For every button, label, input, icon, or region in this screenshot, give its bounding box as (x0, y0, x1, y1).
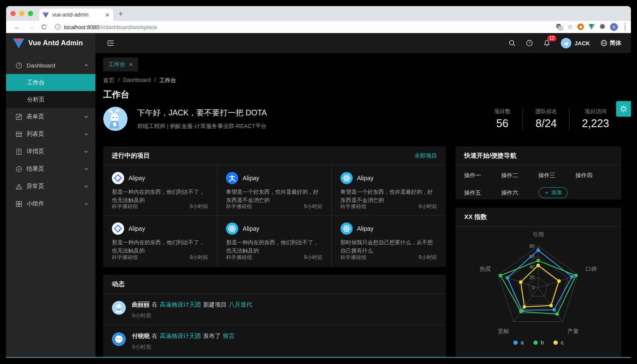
add-label: 添加 (552, 189, 562, 196)
page-tab-label: 工作台 (108, 61, 125, 68)
brand[interactable]: Vue Antd Admin (6, 33, 95, 53)
menu-fold-icon[interactable] (107, 40, 115, 47)
project-time: 9小时前 (304, 203, 323, 210)
close-window-button[interactable] (10, 11, 16, 16)
all-projects-link[interactable]: 全部项目 (415, 152, 437, 160)
project-card[interactable]: Alipay 那是一种内在的东西，他们到达不了，也无法触及的 科学搬砖组9小时前 (103, 216, 217, 266)
project-group[interactable]: 科学搬砖组 (112, 203, 138, 210)
sidebar-item-analysis[interactable]: 分析页 (6, 91, 95, 108)
reload-icon[interactable] (41, 24, 47, 30)
project-group[interactable]: 科学搬砖组 (340, 203, 367, 210)
vue-devtools-icon[interactable] (588, 24, 595, 30)
svg-text:引用: 引用 (533, 231, 544, 238)
project-desc: 希望是一个好东西，也许是最好的，好东西是不会消亡的 (340, 188, 437, 203)
chevron-down-icon (84, 115, 88, 119)
project-group[interactable]: 科学搬砖组 (226, 254, 252, 261)
legend-item[interactable]: b (533, 339, 544, 346)
activity-group-link[interactable]: 高逼格设计天团 (160, 301, 201, 308)
page-tab-workplace[interactable]: 工作台 ✕ (103, 57, 138, 71)
activity-target-link[interactable]: 留言 (223, 333, 235, 339)
project-card[interactable]: Alipay 希望是一个好东西，也许是最好的，好东西是不会消亡的 科学搬砖组9小… (217, 165, 331, 216)
project-card[interactable]: Alipay 那是一种内在的东西，他们到达不了，也无法触及的 科学搬砖组9小时前 (217, 216, 331, 266)
project-card[interactable]: Alipay 那是一种内在的东西，他们到达不了，也无法触及的 科学搬砖组9小时前 (103, 165, 217, 216)
submenu-label: 工作台 (27, 79, 45, 87)
project-group[interactable]: 科学搬砖组 (112, 254, 138, 261)
browser-menu-icon[interactable]: ⋮⋮⋮ (622, 24, 627, 30)
zoom-window-button[interactable] (28, 11, 33, 16)
breadcrumb: 首页/ Dashboard/ 工作台 (103, 77, 176, 84)
extension-orange-icon[interactable] (577, 24, 584, 30)
activity-group-link[interactable]: 高逼格设计天团 (160, 333, 201, 339)
breadcrumb-dashboard[interactable]: Dashboard (123, 77, 151, 84)
project-time: 9小时前 (418, 254, 437, 261)
sidebar-item-widgets[interactable]: 小组件 (6, 195, 95, 212)
op-link-5[interactable]: 操作五 (464, 189, 501, 197)
breadcrumb-home[interactable]: 首页 (103, 77, 115, 84)
browser-toolbar: ← → i localhost:8080/#/dashboard/workpla… (6, 21, 631, 33)
chevron-down-icon (84, 167, 88, 171)
stat-value: 2,223 (582, 117, 609, 130)
new-tab-button[interactable]: + (113, 10, 129, 21)
forward-icon[interactable]: → (27, 23, 34, 30)
index-radar-card: XX 指数 020406080引用口碑产量贡献热度 a b c (455, 208, 621, 358)
browser-profile-avatar[interactable]: h (610, 23, 618, 31)
op-link-6[interactable]: 操作六 (501, 189, 538, 197)
project-card[interactable]: Alipay 那时候我只会想自己想要什么，从不想自己拥有什么 科学搬砖组9小时前 (332, 216, 446, 266)
project-group[interactable]: 科学搬砖组 (226, 203, 252, 210)
op-link-4[interactable]: 操作四 (576, 172, 613, 179)
add-button[interactable]: ＋添加 (539, 187, 568, 198)
op-link-3[interactable]: 操作三 (539, 172, 576, 179)
activity-prep: 在 (152, 333, 158, 339)
sidebar-item-lists[interactable]: 列表页 (6, 125, 95, 143)
notifications[interactable]: 12 (543, 40, 550, 47)
dashboard-submenu: 工作台 分析页 (6, 74, 95, 108)
tab-close-icon[interactable]: ✕ (105, 12, 110, 18)
sidebar-item-details[interactable]: 详情页 (6, 143, 95, 160)
page-tab-close-icon[interactable]: ✕ (129, 62, 133, 67)
op-link-2[interactable]: 操作二 (501, 172, 538, 179)
plus-icon: ＋ (544, 189, 549, 196)
browser-tab[interactable]: vue-antd-admin ✕ (39, 9, 113, 21)
notification-badge: 12 (547, 35, 556, 41)
activity-user[interactable]: 曲丽丽 (132, 301, 150, 308)
url-host: localhost:8080 (64, 24, 99, 30)
quicknav-card-header: 快速开始/便捷导航 (455, 146, 621, 165)
svg-text:0: 0 (532, 285, 535, 290)
back-icon[interactable]: ← (14, 23, 20, 30)
search-icon[interactable] (509, 40, 516, 47)
project-card[interactable]: Alipay 希望是一个好东西，也许是最好的，好东西是不会消亡的 科学搬砖组9小… (332, 165, 446, 216)
username: JACK (575, 40, 590, 47)
help-icon[interactable]: ? (526, 40, 533, 47)
user-menu[interactable]: JACK (561, 38, 590, 48)
theme-settings-button[interactable] (616, 101, 631, 117)
sidebar-item-results[interactable]: 结果页 (6, 160, 95, 178)
react-logo-icon (340, 172, 353, 184)
op-link-1[interactable]: 操作一 (464, 172, 501, 179)
legend-item[interactable]: c (553, 339, 564, 346)
sidebar-item-workplace[interactable]: 工作台 (6, 74, 95, 91)
language-switcher[interactable]: 简体 (600, 39, 621, 47)
welcome-texts: 下午好，JACK，要不要打一把 DOTA 前端工程师 | 蚂蚁金服-计算服务事业… (137, 108, 267, 130)
user-avatar (561, 38, 571, 48)
chevron-down-icon (84, 184, 88, 189)
translate-icon[interactable]: A 文 (556, 24, 563, 30)
activity-action: 发布了 (203, 333, 221, 339)
project-time: 9小时前 (304, 254, 323, 261)
activity-user[interactable]: 付晓晓 (132, 333, 150, 339)
sidebar-item-dashboard[interactable]: Dashboard (6, 57, 95, 74)
project-time: 9小时前 (418, 203, 437, 210)
activities-card: 动态 曲丽丽在高逼格设计天团新建项目八月迭代 9小时前 (103, 275, 446, 358)
activity-target-link[interactable]: 八月迭代 (229, 301, 253, 308)
sidebar-item-exceptions[interactable]: 异常页 (6, 178, 95, 195)
antdesign-logo-icon (112, 172, 124, 184)
site-info-icon[interactable]: i (55, 24, 61, 30)
extensions-puzzle-icon[interactable] (599, 24, 606, 30)
sidebar-item-forms[interactable]: 表单页 (6, 108, 95, 125)
legend-label: c (561, 339, 564, 346)
minimize-window-button[interactable] (19, 11, 24, 16)
legend-item[interactable]: a (513, 339, 524, 346)
project-group[interactable]: 科学搬砖组 (340, 254, 367, 261)
svg-text:文: 文 (559, 26, 562, 29)
bookmark-star-icon[interactable]: ☆ (567, 23, 573, 31)
address-bar[interactable]: i localhost:8080/#/dashboard/workplace (55, 23, 556, 31)
